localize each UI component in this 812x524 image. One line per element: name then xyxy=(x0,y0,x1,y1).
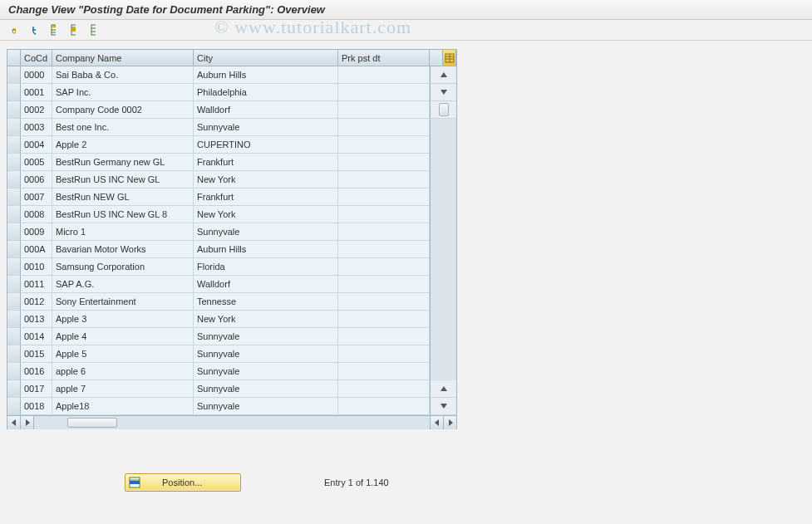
row-selector[interactable] xyxy=(7,345,21,363)
cell-cocd[interactable]: 0005 xyxy=(21,154,52,171)
cell-cocd[interactable]: 0014 xyxy=(21,328,52,345)
vscroll-track[interactable] xyxy=(430,119,456,136)
cell-company[interactable]: Company Code 0002 xyxy=(52,101,194,119)
cell-company[interactable]: BestRun NEW GL xyxy=(52,189,194,206)
cell-cocd[interactable]: 0010 xyxy=(21,258,52,276)
row-selector[interactable] xyxy=(7,223,21,241)
cell-cocd[interactable]: 0000 xyxy=(21,66,52,84)
vscroll-track[interactable] xyxy=(430,241,456,258)
select-all-corner[interactable] xyxy=(7,50,21,66)
scroll-down-button-bottom[interactable] xyxy=(430,398,456,415)
row-selector[interactable] xyxy=(7,311,21,328)
cell-prk[interactable] xyxy=(338,223,430,241)
cell-cocd[interactable]: 0013 xyxy=(21,311,52,328)
row-selector[interactable] xyxy=(7,154,21,171)
vscroll-track[interactable] xyxy=(430,328,456,345)
row-selector[interactable] xyxy=(7,328,21,345)
cell-company[interactable]: Bavarian Motor Works xyxy=(52,241,194,258)
cell-prk[interactable] xyxy=(338,66,430,84)
cell-prk[interactable] xyxy=(338,380,430,398)
cell-city[interactable]: Auburn Hills xyxy=(194,241,338,258)
scroll-down-button[interactable] xyxy=(430,84,456,101)
vscroll-track[interactable] xyxy=(430,136,456,154)
cell-prk[interactable] xyxy=(338,84,430,101)
cell-cocd[interactable]: 0016 xyxy=(21,363,52,380)
cell-prk[interactable] xyxy=(338,328,430,345)
row-selector[interactable] xyxy=(7,206,21,223)
cell-prk[interactable] xyxy=(338,136,430,154)
cell-cocd[interactable]: 0006 xyxy=(21,171,52,189)
cell-city[interactable]: Florida xyxy=(194,258,338,276)
cell-prk[interactable] xyxy=(338,154,430,171)
col-city[interactable]: City xyxy=(194,50,338,66)
cell-prk[interactable] xyxy=(338,258,430,276)
cell-city[interactable]: Philadelphia xyxy=(194,84,338,101)
undo-button[interactable] xyxy=(25,22,42,38)
cell-cocd[interactable]: 0004 xyxy=(21,136,52,154)
cell-city[interactable]: Walldorf xyxy=(194,101,338,119)
hscroll-track[interactable] xyxy=(34,416,430,429)
cell-company[interactable]: Apple 4 xyxy=(52,328,194,345)
cell-cocd[interactable]: 0007 xyxy=(21,189,52,206)
cell-city[interactable]: Sunnyvale xyxy=(194,345,338,363)
row-selector[interactable] xyxy=(7,84,21,101)
cell-prk[interactable] xyxy=(338,293,430,311)
select-all-button[interactable] xyxy=(45,22,62,38)
cell-company[interactable]: SAP Inc. xyxy=(52,84,194,101)
row-selector[interactable] xyxy=(7,189,21,206)
horizontal-scrollbar[interactable] xyxy=(7,415,456,429)
scroll-right-button-1[interactable] xyxy=(21,416,34,429)
cell-city[interactable]: Sunnyvale xyxy=(194,363,338,380)
cell-company[interactable]: Micro 1 xyxy=(52,223,194,241)
table-settings-button[interactable] xyxy=(443,50,456,66)
cell-cocd[interactable]: 0015 xyxy=(21,345,52,363)
position-button[interactable]: Position... xyxy=(125,473,241,492)
col-cocd[interactable]: CoCd xyxy=(21,50,52,66)
row-selector[interactable] xyxy=(7,276,21,293)
cell-city[interactable]: Sunnyvale xyxy=(194,380,338,398)
cell-cocd[interactable]: 0011 xyxy=(21,276,52,293)
cell-company[interactable]: Apple 3 xyxy=(52,311,194,328)
cell-city[interactable]: New York xyxy=(194,206,338,223)
scroll-left-button-2[interactable] xyxy=(430,416,443,429)
cell-city[interactable]: New York xyxy=(194,171,338,189)
scroll-up-button[interactable] xyxy=(430,66,456,84)
cell-prk[interactable] xyxy=(338,206,430,223)
row-selector[interactable] xyxy=(7,363,21,380)
row-selector[interactable] xyxy=(7,241,21,258)
cell-prk[interactable] xyxy=(338,241,430,258)
cell-city[interactable]: Tennesse xyxy=(194,293,338,311)
cell-company[interactable]: Sai Baba & Co. xyxy=(52,66,194,84)
cell-city[interactable]: Sunnyvale xyxy=(194,328,338,345)
col-company[interactable]: Company Name xyxy=(52,50,194,66)
cell-company[interactable]: Apple18 xyxy=(52,398,194,415)
cell-cocd[interactable]: 0008 xyxy=(21,206,52,223)
cell-company[interactable]: Samsung Corporation xyxy=(52,258,194,276)
vscroll-track[interactable] xyxy=(430,258,456,276)
cell-prk[interactable] xyxy=(338,311,430,328)
vscroll-track[interactable] xyxy=(430,363,456,380)
vscroll-track[interactable] xyxy=(430,276,456,293)
cell-prk[interactable] xyxy=(338,171,430,189)
row-selector[interactable] xyxy=(7,258,21,276)
row-selector[interactable] xyxy=(7,101,21,119)
vscroll-track[interactable] xyxy=(430,171,456,189)
vscroll-track[interactable] xyxy=(430,345,456,363)
row-selector[interactable] xyxy=(7,66,21,84)
cell-city[interactable]: New York xyxy=(194,311,338,328)
cell-company[interactable]: apple 6 xyxy=(52,363,194,380)
hscroll-thumb[interactable] xyxy=(67,418,117,428)
cell-cocd[interactable]: 0003 xyxy=(21,119,52,136)
row-selector[interactable] xyxy=(7,171,21,189)
vscroll-track[interactable] xyxy=(430,189,456,206)
cell-prk[interactable] xyxy=(338,119,430,136)
cell-company[interactable]: Apple 5 xyxy=(52,345,194,363)
row-selector[interactable] xyxy=(7,293,21,311)
select-block-button[interactable] xyxy=(65,22,81,38)
cell-prk[interactable] xyxy=(338,189,430,206)
vscroll-thumb[interactable] xyxy=(430,101,456,119)
cell-company[interactable]: Sony Entertainment xyxy=(52,293,194,311)
cell-city[interactable]: Sunnyvale xyxy=(194,119,338,136)
cell-city[interactable]: Sunnyvale xyxy=(194,223,338,241)
cell-company[interactable]: SAP A.G. xyxy=(52,276,194,293)
